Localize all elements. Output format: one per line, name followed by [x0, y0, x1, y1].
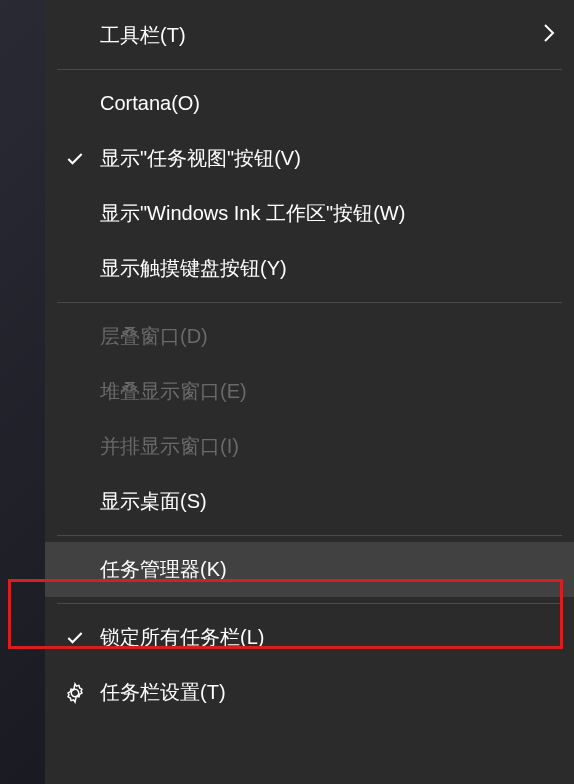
- menu-item-label: 层叠窗口(D): [100, 323, 208, 350]
- menu-item-show-touch-keyboard[interactable]: 显示触摸键盘按钮(Y): [45, 241, 574, 296]
- menu-item-show-windows-ink[interactable]: 显示"Windows Ink 工作区"按钮(W): [45, 186, 574, 241]
- taskbar-context-menu: 工具栏(T) Cortana(O) 显示"任务视图"按钮(V) 显示"Windo…: [45, 0, 574, 784]
- menu-item-label: 锁定所有任务栏(L): [100, 624, 264, 651]
- menu-separator: [57, 69, 562, 70]
- menu-item-cascade-windows: 层叠窗口(D): [45, 309, 574, 364]
- gear-icon: [63, 681, 87, 705]
- chevron-right-icon: [542, 22, 556, 49]
- checkmark-icon: [63, 147, 87, 171]
- menu-item-taskbar-settings[interactable]: 任务栏设置(T): [45, 665, 574, 720]
- menu-separator: [57, 535, 562, 536]
- menu-item-label: 堆叠显示窗口(E): [100, 378, 247, 405]
- menu-item-show-desktop[interactable]: 显示桌面(S): [45, 474, 574, 529]
- checkmark-icon: [63, 626, 87, 650]
- menu-item-show-task-view[interactable]: 显示"任务视图"按钮(V): [45, 131, 574, 186]
- menu-item-label: 工具栏(T): [100, 22, 186, 49]
- menu-item-stack-windows: 堆叠显示窗口(E): [45, 364, 574, 419]
- menu-item-label: 显示"任务视图"按钮(V): [100, 145, 301, 172]
- menu-item-label: Cortana(O): [100, 92, 200, 115]
- menu-item-label: 显示触摸键盘按钮(Y): [100, 255, 287, 282]
- menu-item-task-manager[interactable]: 任务管理器(K): [45, 542, 574, 597]
- menu-item-cortana[interactable]: Cortana(O): [45, 76, 574, 131]
- menu-item-label: 并排显示窗口(I): [100, 433, 239, 460]
- menu-item-label: 任务栏设置(T): [100, 679, 226, 706]
- menu-item-toolbars[interactable]: 工具栏(T): [45, 8, 574, 63]
- menu-item-side-by-side: 并排显示窗口(I): [45, 419, 574, 474]
- desktop-background: [0, 0, 45, 784]
- menu-separator: [57, 302, 562, 303]
- menu-item-label: 显示"Windows Ink 工作区"按钮(W): [100, 200, 405, 227]
- menu-item-lock-taskbars[interactable]: 锁定所有任务栏(L): [45, 610, 574, 665]
- menu-separator: [57, 603, 562, 604]
- menu-item-label: 任务管理器(K): [100, 556, 227, 583]
- menu-item-label: 显示桌面(S): [100, 488, 207, 515]
